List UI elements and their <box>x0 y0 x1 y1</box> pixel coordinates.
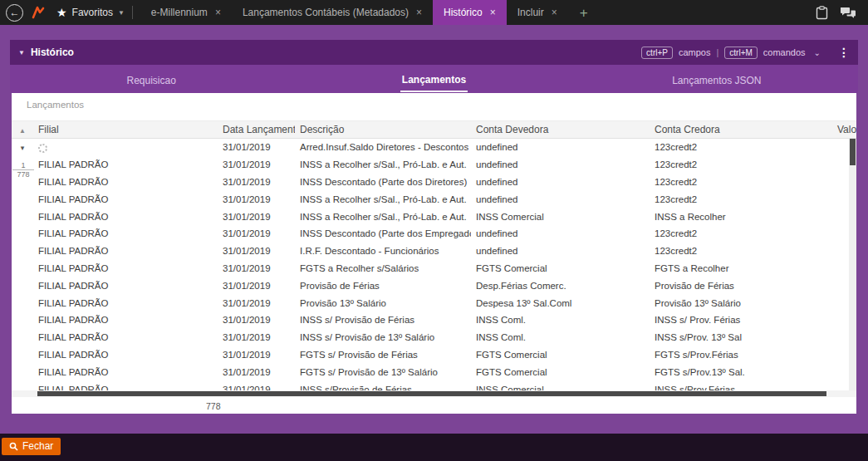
cell-data: 31/01/2019 <box>218 332 295 342</box>
cell-descricao: I.R.F. Descontado - Funcionários <box>295 246 471 256</box>
table-row[interactable]: FILIAL PADRÃO31/01/2019I.R.F. Descontado… <box>12 243 849 260</box>
star-icon: ★ <box>56 6 67 19</box>
cell-credora: Provisão 13º Salário <box>650 298 832 308</box>
campos-button[interactable]: campos <box>679 47 711 57</box>
tab-incluir[interactable]: Incluir× <box>507 0 568 25</box>
table-row[interactable]: ▾31/01/2019Arred.Insuf.Saldo Diretores -… <box>12 139 849 156</box>
table-row[interactable]: FILIAL PADRÃO31/01/2019FGTS s/ Provisão … <box>12 346 849 364</box>
cell-credora: FGTS a Recolher <box>650 263 832 273</box>
cell-filial: FILIAL PADRÃO <box>33 298 218 308</box>
table-row[interactable]: FILIAL PADRÃO31/01/2019Provisão 13º Salá… <box>12 294 849 311</box>
table-row[interactable]: FILIAL PADRÃO31/01/2019INSS s/ Provisão … <box>12 311 849 329</box>
tab-lancamentos-json[interactable]: Lançamentos JSON <box>576 65 858 93</box>
tab-label: Incluir <box>517 7 544 18</box>
cell-credora: 123credt2 <box>650 142 832 152</box>
cell-data: 31/01/2019 <box>218 367 295 377</box>
row-counter: 1 778 <box>12 161 34 179</box>
tab-close-icon[interactable]: × <box>552 7 557 18</box>
tab-hist-rico[interactable]: Histórico× <box>433 0 507 25</box>
table-row[interactable]: FILIAL PADRÃO31/01/2019INSS a Recolher s… <box>12 156 849 174</box>
cell-data: 31/01/2019 <box>218 350 295 360</box>
cell-devedora: INSS Comercial <box>471 385 650 390</box>
column-header-descricao[interactable]: Descrição <box>295 124 471 135</box>
table-row[interactable]: FILIAL PADRÃO31/01/2019INSS a Recolher s… <box>12 208 849 225</box>
tab-close-icon[interactable]: × <box>215 7 221 18</box>
tab-label: Requisicao <box>125 67 177 91</box>
vertical-scrollbar-thumb[interactable] <box>850 139 856 165</box>
cell-descricao: INSS Descontado (Parte dos Diretores) <box>295 177 471 187</box>
cell-filial <box>33 142 218 152</box>
cell-data: 31/01/2019 <box>218 177 295 187</box>
cell-descricao: Arred.Insuf.Saldo Diretores - Descontos <box>295 142 471 152</box>
cell-devedora: undefined <box>471 228 650 238</box>
panel-collapse-toggle[interactable]: ▼ Histórico <box>18 47 74 58</box>
cell-filial: FILIAL PADRÃO <box>33 159 218 169</box>
table-row[interactable]: FILIAL PADRÃO31/01/2019INSS Descontado (… <box>12 174 849 191</box>
tab-lan-amentos-cont-beis-metadados-[interactable]: Lançamentos Contábeis (Metadados)× <box>232 0 433 25</box>
cell-filial: FILIAL PADRÃO <box>33 228 218 238</box>
kebab-menu-icon[interactable]: ⋮ <box>838 46 850 59</box>
table-row[interactable]: FILIAL PADRÃO31/01/2019FGTS a Recolher s… <box>12 260 849 277</box>
row-expander-icon[interactable]: ▾ <box>21 144 25 152</box>
millennium-logo-icon <box>31 5 46 20</box>
cell-devedora: undefined <box>471 177 650 187</box>
table-row[interactable]: FILIAL PADRÃO31/01/2019INSS a Recolher s… <box>12 190 849 208</box>
tab-label: Histórico <box>444 7 483 18</box>
add-tab-button[interactable]: + <box>580 6 588 20</box>
vertical-scrollbar[interactable] <box>849 139 856 390</box>
column-header-data-lancamento[interactable]: Data Lançamento <box>218 124 295 135</box>
tab-requisicao[interactable]: Requisicao <box>10 65 292 93</box>
cell-data: 31/01/2019 <box>218 263 295 273</box>
tab-label: Lançamentos JSON <box>670 67 763 91</box>
back-button[interactable]: ← <box>6 4 23 22</box>
horizontal-scrollbar-thumb[interactable] <box>37 391 826 396</box>
cell-filial: FILIAL PADRÃO <box>33 281 218 291</box>
column-header-conta-devedora[interactable]: Conta Devedora <box>471 124 650 135</box>
column-header-filial[interactable]: Filial <box>33 124 218 135</box>
cell-descricao: INSS a Recolher s/Sal., Pró-Lab. e Aut. <box>295 159 471 169</box>
cell-data: 31/01/2019 <box>218 298 295 308</box>
cell-credora: 123credt2 <box>650 228 832 238</box>
cell-devedora: FGTS Comercial <box>471 367 650 377</box>
table-row[interactable]: FILIAL PADRÃO31/01/2019INSS s/ Provisão … <box>12 329 849 346</box>
favorites-label: Favoritos <box>72 7 113 18</box>
comandos-button[interactable]: comandos <box>763 47 806 57</box>
table-row[interactable]: FILIAL PADRÃO31/01/2019FGTS s/ Provisão … <box>12 363 849 380</box>
table-row[interactable]: FILIAL PADRÃO31/01/2019Provisão de Féria… <box>12 277 849 294</box>
cell-devedora: Despesa 13º Sal.Coml <box>471 298 650 308</box>
cell-descricao: INSS s/ Provisão de Férias <box>295 315 471 325</box>
cell-devedora: undefined <box>471 159 650 169</box>
table-row[interactable]: FILIAL PADRÃO31/01/2019INSS Descontado (… <box>12 225 849 243</box>
clipboard-icon[interactable] <box>816 6 828 20</box>
favorites-menu[interactable]: ★ Favoritos ▼ <box>56 6 125 19</box>
tab-close-icon[interactable]: × <box>416 7 422 18</box>
tab-close-icon[interactable]: × <box>490 7 496 18</box>
cell-descricao: INSS a Recolher s/Sal., Pró-Lab. e Aut. <box>295 194 471 204</box>
magnifier-icon <box>9 442 18 451</box>
topbar-divider <box>132 6 133 19</box>
cell-filial: FILIAL PADRÃO <box>33 246 218 256</box>
cell-devedora: undefined <box>471 246 650 256</box>
cell-devedora: FGTS Comercial <box>471 263 650 273</box>
fechar-button[interactable]: Fechar <box>2 438 61 455</box>
chevron-down-icon: ▼ <box>118 9 125 17</box>
chevron-down-icon[interactable]: ⌄ <box>814 48 821 57</box>
cell-descricao: INSS s/ Provisão de 13º Salário <box>295 332 471 342</box>
column-header-valor[interactable]: Valor <box>832 124 856 135</box>
total-count: 778 <box>206 401 221 411</box>
caret-down-icon: ▼ <box>18 49 25 56</box>
column-header-conta-credora[interactable]: Conta Credora <box>650 124 832 135</box>
cell-data: 31/01/2019 <box>218 194 295 204</box>
cell-credora: FGTS s/Prov.Férias <box>650 350 832 360</box>
chat-icon[interactable] <box>840 7 856 19</box>
column-header-gutter[interactable]: ▲ <box>12 124 33 135</box>
cell-devedora: INSS Comercial <box>471 212 650 222</box>
back-arrow-icon: ← <box>10 7 20 17</box>
cell-descricao: FGTS s/ Provisão de 13º Salário <box>295 367 471 377</box>
table-row[interactable]: FILIAL PADRÃO31/01/2019INSS s/Provisão d… <box>12 380 849 390</box>
cell-descricao: Provisão 13º Salário <box>295 298 471 308</box>
tab-lancamentos[interactable]: Lançamentos <box>292 65 575 93</box>
cell-devedora: Desp.Férias Comerc. <box>471 281 650 291</box>
horizontal-scrollbar[interactable] <box>12 390 856 397</box>
tab-e-millennium[interactable]: e-Millennium× <box>140 0 232 25</box>
